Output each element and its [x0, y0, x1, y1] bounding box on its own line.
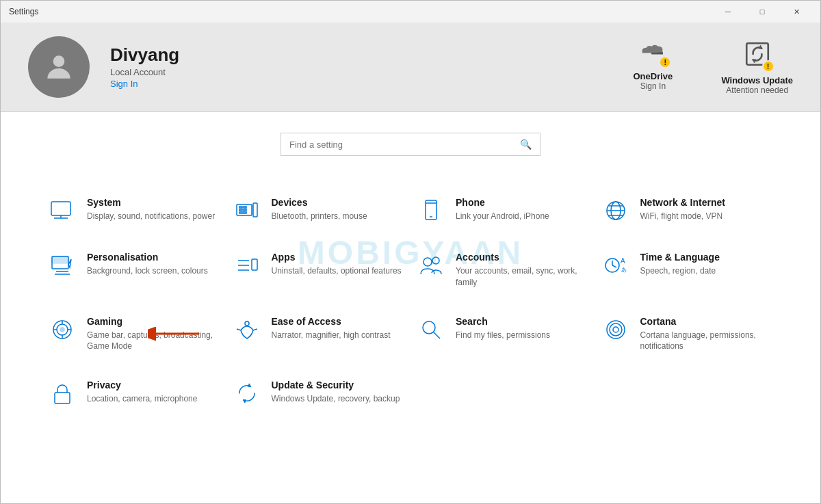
window-title: Settings — [9, 7, 38, 16]
devices-desc: Bluetooth, printers, mouse — [272, 211, 367, 222]
svg-point-40 — [245, 321, 249, 326]
time-language-desc: Speech, region, date — [640, 265, 720, 277]
settings-item-phone[interactable]: Phone Link your Android, iPhone — [410, 183, 595, 238]
svg-point-0 — [53, 55, 65, 67]
svg-rect-27 — [252, 259, 257, 270]
system-title: System — [87, 197, 215, 208]
network-title: Network & Internet — [640, 197, 725, 208]
settings-item-privacy[interactable]: Privacy Location, camera, microphone — [42, 366, 226, 421]
user-info: Divyang Local Account Sign In — [110, 44, 598, 90]
network-icon — [602, 197, 629, 224]
svg-point-29 — [432, 257, 439, 264]
ease-of-access-desc: Narrator, magnifier, high contrast — [272, 330, 391, 341]
phone-icon — [417, 197, 445, 224]
update-security-desc: Windows Update, recovery, backup — [272, 393, 400, 405]
search-input[interactable] — [289, 140, 520, 150]
close-button[interactable]: ✕ — [781, 1, 812, 23]
settings-item-network[interactable]: Network & Internet WiFi, flight mode, VP… — [595, 183, 780, 238]
svg-text:A: A — [621, 257, 625, 265]
settings-item-apps[interactable]: Apps Uninstall, defaults, optional featu… — [226, 238, 411, 302]
devices-title: Devices — [272, 197, 367, 208]
phone-desc: Link your Android, iPhone — [456, 211, 549, 222]
settings-item-update-security[interactable]: Update & Security Windows Update, recove… — [226, 366, 411, 421]
personalisation-desc: Background, lock screen, colours — [87, 265, 208, 277]
svg-point-37 — [60, 328, 64, 332]
search-icon: 🔍 — [520, 139, 532, 150]
settings-grid: System Display, sound, notifications, po… — [42, 183, 779, 421]
svg-line-32 — [612, 265, 616, 267]
svg-point-44 — [610, 323, 622, 336]
svg-rect-21 — [52, 256, 68, 263]
svg-point-45 — [613, 327, 618, 332]
time-language-title: Time & Language — [640, 252, 720, 263]
windows-update-service[interactable]: ! Windows Update Attention needed — [721, 40, 793, 95]
svg-line-42 — [434, 332, 440, 339]
cortana-desc: Cortana language, permissions, notificat… — [640, 330, 773, 353]
cortana-title: Cortana — [640, 316, 773, 327]
svg-rect-8 — [239, 209, 242, 211]
update-security-title: Update & Security — [272, 380, 400, 390]
system-icon — [49, 197, 76, 224]
windows-update-status: Attention needed — [726, 85, 788, 95]
settings-item-personalisation[interactable]: Personalisation Background, lock screen,… — [42, 238, 226, 302]
onedrive-name: OneDrive — [633, 71, 673, 81]
onedrive-icon-wrap: ! — [637, 40, 668, 67]
onedrive-status: Sign In — [640, 81, 666, 91]
svg-rect-9 — [244, 209, 246, 211]
phone-title: Phone — [456, 197, 549, 208]
svg-rect-7 — [244, 207, 246, 208]
svg-rect-11 — [253, 203, 257, 217]
devices-icon — [233, 197, 261, 224]
windows-update-warning-badge: ! — [762, 60, 774, 72]
svg-rect-6 — [239, 207, 242, 208]
onedrive-service[interactable]: ! OneDrive Sign In — [618, 40, 687, 95]
settings-item-time-language[interactable]: A あ Time & Language Speech, region, date — [595, 238, 780, 302]
title-bar: Settings ─ □ ✕ — [1, 1, 820, 23]
ease-of-access-icon — [233, 316, 261, 343]
privacy-title: Privacy — [87, 380, 197, 390]
main-content: 🔍 System Display, sound, notifications, … — [1, 112, 820, 503]
personalisation-icon — [49, 252, 76, 279]
maximize-button[interactable]: □ — [746, 1, 778, 23]
settings-item-ease-of-access[interactable]: Ease of Access Narrator, magnifier, high… — [226, 302, 411, 367]
gaming-icon — [49, 316, 76, 343]
svg-point-28 — [423, 258, 432, 266]
svg-rect-10 — [239, 212, 246, 213]
svg-text:あ: あ — [621, 267, 627, 273]
window-controls: ─ □ ✕ — [712, 1, 812, 23]
search-settings-desc: Find my files, permissions — [456, 330, 550, 341]
search-box: 🔍 — [281, 133, 540, 156]
minimize-button[interactable]: ─ — [712, 1, 744, 23]
avatar — [28, 36, 90, 98]
settings-item-devices[interactable]: Devices Bluetooth, printers, mouse — [226, 183, 411, 238]
header-section: Divyang Local Account Sign In ! OneDrive… — [1, 23, 820, 112]
sign-in-link[interactable]: Sign In — [110, 79, 138, 89]
accounts-desc: Your accounts, email, sync, work, family — [456, 265, 588, 289]
time-language-icon: A あ — [602, 252, 629, 279]
header-services: ! OneDrive Sign In ! Windows U — [618, 40, 793, 95]
apps-icon — [233, 252, 261, 279]
search-container: 🔍 — [42, 133, 779, 156]
personalisation-title: Personalisation — [87, 252, 208, 263]
settings-item-accounts[interactable]: Accounts Your accounts, email, sync, wor… — [410, 238, 595, 302]
apps-title: Apps — [272, 252, 402, 263]
update-security-icon — [233, 380, 261, 407]
privacy-desc: Location, camera, microphone — [87, 393, 197, 405]
accounts-icon — [417, 252, 445, 279]
settings-item-search[interactable]: Search Find my files, permissions — [410, 302, 595, 367]
windows-update-name: Windows Update — [721, 75, 793, 85]
settings-item-system[interactable]: System Display, sound, notifications, po… — [42, 183, 226, 238]
user-avatar-icon — [42, 50, 76, 84]
cortana-icon — [602, 316, 629, 343]
apps-desc: Uninstall, defaults, optional features — [272, 265, 402, 277]
system-desc: Display, sound, notifications, power — [87, 211, 215, 222]
gaming-arrow — [148, 323, 203, 344]
accounts-title: Accounts — [456, 252, 588, 263]
settings-item-gaming[interactable]: Gaming Game bar, captures, broadcasting,… — [42, 302, 226, 367]
network-desc: WiFi, flight mode, VPN — [640, 211, 725, 222]
account-type: Local Account — [110, 67, 598, 77]
settings-item-cortana[interactable]: Cortana Cortana language, permissions, n… — [595, 302, 780, 367]
windows-update-icon-wrap: ! — [743, 40, 772, 71]
svg-point-41 — [423, 321, 435, 334]
onedrive-warning-badge: ! — [659, 56, 671, 68]
